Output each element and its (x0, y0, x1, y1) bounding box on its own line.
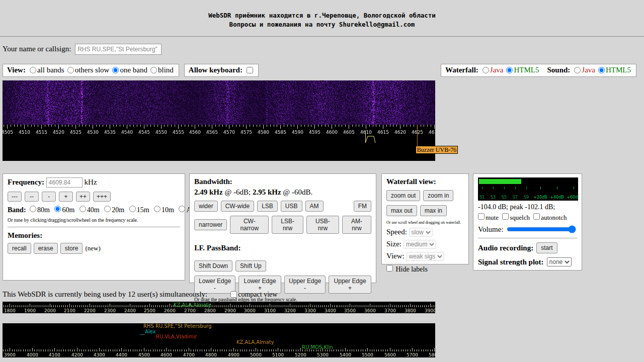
view-option-one-band[interactable]: one band (110, 66, 147, 74)
view-radio-blind[interactable] (150, 67, 157, 73)
sound-html5-radio[interactable] (598, 67, 605, 73)
band-15m-radio[interactable] (129, 206, 136, 212)
band-20m-radio[interactable] (104, 206, 111, 212)
max-out-button[interactable]: max out (386, 205, 417, 216)
sound-html5-option[interactable]: HTML5 (596, 66, 631, 74)
band-40m[interactable]: 40m (77, 206, 100, 214)
tuning-hint: Or tune by clicking/dragging/scrollwheel… (8, 217, 180, 223)
usb-button[interactable]: USB (281, 201, 302, 212)
band-row: Band: 80m 60m 40m 20m 15m 10m AVIA (8, 206, 180, 214)
waterfall-view-title: Waterfall view: (386, 177, 464, 186)
bandwidth-panel: Bandwidth: 2.49 kHz @ -6dB; 2.95 kHz @ -… (189, 173, 376, 283)
am-button[interactable]: AM (305, 201, 324, 212)
fm-button[interactable]: FM (354, 201, 371, 212)
band-20m[interactable]: 20m (102, 206, 124, 214)
callsign-input[interactable] (75, 44, 162, 55)
shift-down-button[interactable]: Shift Down (194, 260, 232, 272)
band-60m-radio[interactable] (54, 206, 61, 212)
main-waterfall[interactable]: Buzzer UVB-76 (3, 80, 435, 161)
waterfall-java-option[interactable]: Java (480, 66, 504, 74)
main-waterfall-canvas[interactable] (3, 80, 435, 161)
narrower-button[interactable]: narrower (194, 219, 227, 230)
band-avia-radio[interactable] (179, 206, 185, 212)
band-80m-radio[interactable] (30, 206, 36, 212)
zoom-in-button[interactable]: zoom in (423, 190, 453, 201)
tune-down-1-button[interactable]: - (42, 192, 56, 202)
waterfall-html5-radio[interactable] (506, 67, 513, 73)
cw-narrow-button[interactable]: CW-narrow (230, 216, 269, 234)
bandwidth-readout: 2.49 kHz @ -6dB; 2.95 kHz @ -60dB. (194, 188, 371, 197)
mode-row-2: narrower CW-narrow LSB-nrw USB-nrw AM-nr… (194, 216, 371, 234)
allow-keyboard-checkbox[interactable] (247, 67, 253, 73)
band-overview-strip-1[interactable]: KZ,ALA,Almaty (3, 302, 435, 313)
tune-up-3-button[interactable]: +++ (93, 192, 111, 202)
render-box: Waterfall: Java HTML5 Sound: Java HTML5 (441, 64, 636, 77)
band-10m[interactable]: 10m (152, 206, 174, 214)
station-label-buzzer[interactable]: Buzzer UVB-76 (416, 146, 458, 154)
frequency-label: Frequency: (8, 178, 44, 186)
speed-select[interactable]: slow (409, 228, 433, 237)
memories-row: recall erase store (new) (8, 243, 180, 254)
tune-up-2-button[interactable]: ++ (76, 192, 90, 202)
plot-select[interactable]: none (547, 257, 572, 266)
view-mode-select[interactable]: weak sigs (407, 252, 444, 261)
header-line-1: WebSDR приёмник находится в г.Череповце,… (0, 11, 644, 20)
band-60m[interactable]: 60m (52, 206, 74, 214)
tune-down-3-button[interactable]: --- (8, 192, 22, 202)
waterfall-hint: Or use scroll wheel and dragging on wate… (386, 220, 464, 225)
waterfall-view-panel: Waterfall view: zoom out zoom in max out… (381, 173, 469, 264)
band-overview-strip-2[interactable]: RHS RU,SPE,"St Petersburg__AlexRU,VLA,Vl… (3, 323, 435, 357)
shift-up-button[interactable]: Shift Up (235, 260, 266, 272)
compact-view-checkbox[interactable] (230, 291, 237, 298)
upper-edge-plus-button[interactable]: Upper Edge + (329, 276, 371, 294)
view-label: View: (7, 66, 26, 74)
view-option-others-slow[interactable]: others slow (65, 66, 110, 74)
memory-erase-button[interactable]: erase (34, 243, 58, 254)
view-radio-all-bands[interactable] (30, 67, 36, 73)
view-option-all-bands[interactable]: all bands (28, 66, 64, 74)
squelch-option[interactable]: squelch (500, 214, 530, 221)
band-40m-radio[interactable] (79, 206, 86, 212)
sound-java-option[interactable]: Java (572, 66, 595, 74)
mute-checkbox[interactable] (478, 213, 485, 220)
volume-slider[interactable] (507, 226, 576, 233)
size-select[interactable]: medium (404, 240, 436, 249)
view-radio-others-slow[interactable] (67, 67, 74, 73)
memory-store-button[interactable]: store (60, 243, 83, 254)
users-text: This WebSDR is currently being used by 1… (3, 290, 207, 299)
waterfall-html5-option[interactable]: HTML5 (504, 66, 539, 74)
view-radio-one-band[interactable] (112, 67, 119, 73)
view-option-blind[interactable]: blind (148, 66, 174, 74)
wider-button[interactable]: wider (194, 201, 218, 212)
speed-row: Speed: slow (386, 228, 464, 237)
mute-option[interactable]: mute (478, 214, 499, 221)
cw-wide-button[interactable]: CW-wide (221, 201, 254, 212)
lsb-button[interactable]: LSB (257, 201, 278, 212)
band-strip-1-canvas[interactable] (3, 302, 435, 313)
tune-up-1-button[interactable]: + (59, 192, 73, 202)
zoom-out-button[interactable]: zoom out (386, 190, 420, 201)
squelch-checkbox[interactable] (502, 213, 509, 220)
tune-down-2-button[interactable]: -- (25, 192, 39, 202)
controls-row: View: all bands others slow one band bli… (3, 64, 636, 79)
band-10m-radio[interactable] (154, 206, 160, 212)
frequency-input[interactable] (46, 177, 83, 188)
autonotch-option[interactable]: autonotch (531, 214, 567, 221)
sound-java-radio[interactable] (574, 67, 581, 73)
max-in-button[interactable]: max in (420, 205, 447, 216)
band-15m[interactable]: 15m (127, 206, 149, 214)
band-80m[interactable]: 80m (28, 206, 50, 214)
upper-edge-minus-button[interactable]: Upper Edge - (284, 276, 326, 294)
usb-nrw-button[interactable]: USB-nrw (306, 216, 339, 234)
record-start-button[interactable]: start (536, 242, 557, 253)
memory-recall-button[interactable]: recall (8, 243, 31, 254)
compact-view-option[interactable]: compact view (228, 291, 277, 299)
autonotch-checkbox[interactable] (533, 213, 540, 220)
lsb-nrw-button[interactable]: LSB-nrw (272, 216, 303, 234)
band-strip-2-canvas[interactable] (3, 323, 435, 357)
callsign-label: Your name or callsign: (3, 45, 71, 53)
hide-labels-checkbox[interactable] (386, 265, 393, 272)
passband-title: I.F. PassBand: (194, 244, 371, 252)
waterfall-java-radio[interactable] (482, 67, 489, 73)
am-nrw-button[interactable]: AM-nrw (342, 216, 371, 234)
